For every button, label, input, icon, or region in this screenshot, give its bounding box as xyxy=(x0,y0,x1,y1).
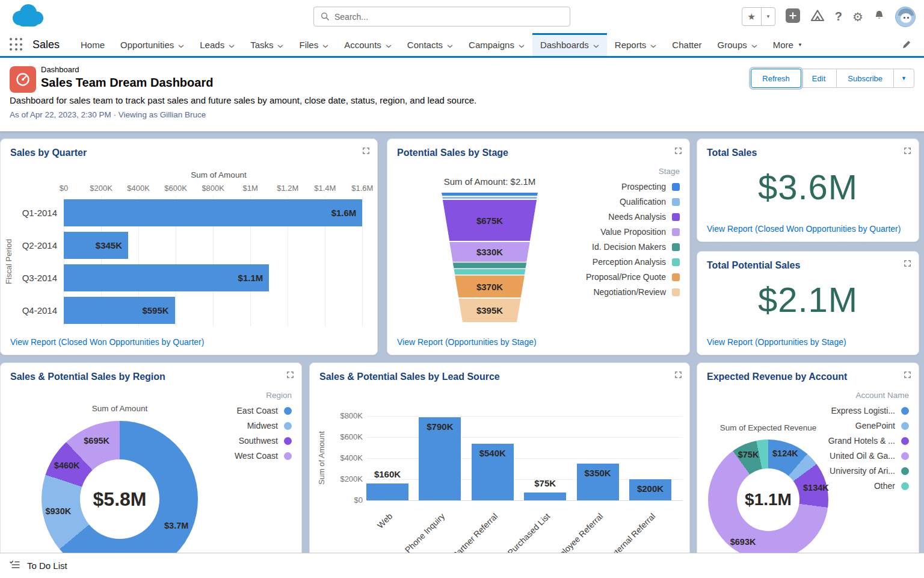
chart-legend: RegionEast CoastMidwestSouthwestWest Coa… xyxy=(235,391,292,466)
donut-center-value: $1.1M xyxy=(745,490,792,509)
bar-q1-2014[interactable]: $1.6M xyxy=(64,199,362,226)
tab-contacts[interactable]: Contacts xyxy=(399,33,461,56)
favorites-star-icon[interactable]: ★ xyxy=(742,8,762,25)
tab-tasks[interactable]: Tasks xyxy=(242,33,291,56)
legend-item-label: Negotiation/Review xyxy=(593,287,666,297)
setup-gear-icon[interactable]: ⚙ xyxy=(852,10,863,24)
donut-slice-label: $124K xyxy=(772,449,798,458)
legend-item-label: Midwest xyxy=(247,421,278,430)
tab-home[interactable]: Home xyxy=(73,33,112,56)
tab-opportunities[interactable]: Opportunities xyxy=(112,33,192,56)
search-input[interactable] xyxy=(334,12,570,22)
view-report-link[interactable]: View Report (Closed Won Opportunities by… xyxy=(707,224,901,234)
favorites-dropdown-icon[interactable]: ▼ xyxy=(762,8,775,25)
tab-label: Dashboards xyxy=(540,40,589,50)
legend-item: Id. Decision Makers xyxy=(586,242,680,252)
tab-dashboards[interactable]: Dashboards xyxy=(532,33,607,56)
expand-icon[interactable] xyxy=(904,146,911,157)
lead-source-bar-chart: $0$200K$400K$600K$800KSum of Amount$160K… xyxy=(310,363,689,562)
total-sales-metric: $3.6M xyxy=(697,167,919,207)
bar-web[interactable] xyxy=(366,483,408,500)
y-axis-title: Sum of Amount xyxy=(317,410,326,506)
todo-list-bar[interactable]: To Do List xyxy=(0,553,924,578)
dashboard-page-header: Dashboard Sales Team Dream Dashboard Das… xyxy=(0,58,924,131)
category-label: Q3-2014 xyxy=(1,264,57,291)
legend-swatch xyxy=(672,228,680,236)
expand-icon[interactable] xyxy=(904,259,911,270)
app-name: Sales xyxy=(32,39,60,51)
view-report-link[interactable]: View Report (Opportunities by Stage) xyxy=(397,337,537,347)
tab-label: Tasks xyxy=(250,40,273,50)
help-icon[interactable]: ? xyxy=(835,10,842,23)
legend-item: GenePoint xyxy=(828,421,909,430)
funnel-segment-label: $395K xyxy=(442,305,538,315)
app-launcher-icon[interactable] xyxy=(10,38,23,51)
funnel-segment-label: $370K xyxy=(442,282,538,292)
bar-q3-2014[interactable]: $1.1M xyxy=(64,264,269,291)
legend-item: Express Logisti... xyxy=(828,406,909,415)
dashboard-description: Dashboard for sales team to track past s… xyxy=(10,95,914,105)
panel-total-potential-sales: Total Potential Sales $2.1M View Report … xyxy=(697,251,919,355)
bar-purchased-list[interactable] xyxy=(524,493,566,500)
tab-label: Leads xyxy=(200,40,224,50)
global-search xyxy=(313,7,570,26)
tab-label: Chatter xyxy=(672,40,701,50)
salesforce-logo-icon xyxy=(10,2,46,31)
legend-swatch xyxy=(672,243,680,251)
axis-tick-label: $200K xyxy=(83,184,119,193)
chevron-down-icon xyxy=(277,40,283,50)
gridline xyxy=(362,196,363,326)
refresh-button[interactable]: Refresh xyxy=(751,69,801,88)
tab-campaigns[interactable]: Campaigns xyxy=(461,33,532,56)
axis-tick-label: $0 xyxy=(322,496,363,505)
tab-more[interactable]: More▼ xyxy=(765,33,810,56)
view-report-link[interactable]: View Report (Opportunities by Stage) xyxy=(707,337,846,347)
gridline xyxy=(367,416,683,417)
legend-item-label: Grand Hotels & ... xyxy=(828,436,895,446)
chevron-down-icon xyxy=(519,40,525,50)
tab-chatter[interactable]: Chatter xyxy=(664,33,709,56)
trailhead-icon[interactable] xyxy=(810,9,825,25)
legend-item: Midwest xyxy=(235,421,292,430)
panel-expected-revenue-by-account: Expected Revenue by Account Sum of Expec… xyxy=(697,362,919,563)
axis-tick-label: $800K xyxy=(195,184,231,193)
todo-list-label: To Do List xyxy=(27,561,67,571)
bar-value-label: $540K xyxy=(466,448,520,458)
legend-item-label: Qualification xyxy=(620,197,666,207)
tab-files[interactable]: Files xyxy=(291,33,336,56)
funnel-segment-1[interactable] xyxy=(442,193,538,196)
user-avatar[interactable] xyxy=(895,7,916,27)
caret-down-icon: ▼ xyxy=(798,42,802,48)
chart-subtitle: Sum of Amount xyxy=(42,404,198,413)
quick-create-icon[interactable] xyxy=(786,8,800,25)
bar-q4-2014[interactable]: $595K xyxy=(64,297,175,324)
edit-button[interactable]: Edit xyxy=(801,69,837,88)
notifications-bell-icon[interactable] xyxy=(873,10,885,23)
more-actions-dropdown[interactable]: ▼ xyxy=(893,69,914,88)
subscribe-button[interactable]: Subscribe xyxy=(836,69,894,88)
bar-value-label: $160K xyxy=(360,469,414,479)
chart-subtitle: Sum of Expected Revenue xyxy=(697,423,846,432)
tab-accounts[interactable]: Accounts xyxy=(336,33,399,56)
panel-potential-sales-by-stage: Potential Sales by Stage Sum of Amount: … xyxy=(387,138,690,355)
tab-label: Files xyxy=(299,40,318,50)
bar-value-label: $75K xyxy=(518,478,572,488)
tab-label: Groups xyxy=(718,40,747,50)
funnel-segment-2[interactable] xyxy=(442,197,538,199)
view-report-link[interactable]: View Report (Closed Won Opportunities by… xyxy=(10,337,204,347)
edit-nav-pencil-icon[interactable] xyxy=(902,39,912,52)
funnel-segment-6[interactable] xyxy=(442,269,538,275)
tab-groups[interactable]: Groups xyxy=(710,33,765,56)
legend-item-label: West Coast xyxy=(235,451,278,461)
tab-leads[interactable]: Leads xyxy=(192,33,242,56)
tab-reports[interactable]: Reports xyxy=(607,33,665,56)
legend-item: Prospecting xyxy=(586,182,680,191)
search-icon xyxy=(321,12,330,21)
funnel-segment-label: $675K xyxy=(442,216,538,226)
bar-q2-2014[interactable]: $345K xyxy=(64,232,128,259)
legend-swatch xyxy=(284,437,292,445)
legend-swatch xyxy=(901,452,909,460)
bar-value-label: $790K xyxy=(413,421,467,432)
funnel-title: Sum of Amount: $2.1M xyxy=(411,176,568,187)
funnel-segment-5[interactable] xyxy=(442,263,538,268)
